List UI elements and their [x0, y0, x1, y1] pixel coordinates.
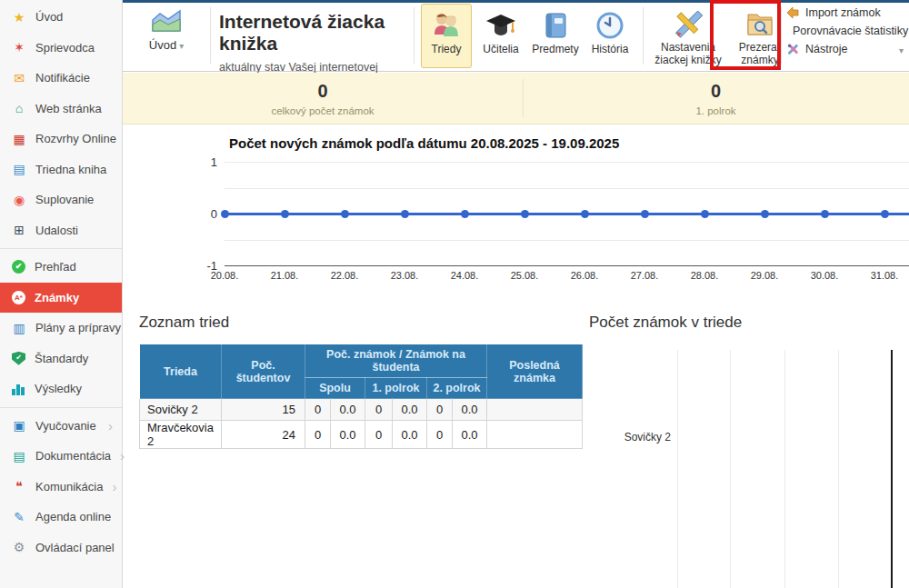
cell-p1-avg: 0.0	[393, 399, 427, 421]
column-header-1-polrok: 1. polrok	[365, 378, 427, 399]
sidebar-item-komunikacia[interactable]: ❝ Komunikácia ›	[0, 472, 122, 503]
sidebar-item-agenda-online[interactable]: ✎ Agenda online	[0, 502, 122, 533]
gridline	[225, 188, 909, 189]
cell-poc-studentov: 15	[222, 399, 305, 421]
sidebar-item-label: Známky	[35, 291, 79, 304]
sidebar-item-label: Dokumentácia	[35, 449, 111, 463]
sidebar-item-label: Agenda online	[35, 510, 111, 523]
sidebar-item-label: Úvod	[35, 10, 63, 24]
cell-spolu-avg: 0.0	[331, 421, 365, 449]
browse-grades-folder-icon	[744, 11, 776, 38]
sidebar-item-label: Vyučovanie	[35, 419, 96, 433]
data-point	[461, 210, 469, 218]
substitution-person-icon: ◉	[12, 193, 26, 207]
column-header-group: Poč. známok / Známok na študenta	[305, 344, 487, 378]
briefcase-icon: ▥	[12, 321, 26, 335]
data-point	[641, 210, 649, 218]
star-icon: ★	[12, 10, 26, 25]
x-axis-tick-label: 29.08.	[734, 270, 794, 281]
divider	[643, 7, 644, 65]
overview-check-icon: ✔	[12, 260, 25, 274]
app-window: ★ Úvod ✶ Sprievodca ✉ Notifikácie ⌂ Web …	[0, 0, 909, 588]
sidebar-item-label: Triedna kniha	[35, 163, 106, 176]
x-axis-tick-label: 28.08.	[674, 270, 734, 281]
divider	[0, 407, 122, 408]
x-axis-tick-label: 30.08.	[794, 270, 854, 281]
toolbar: Úvod▾ Internetová žiacka knižka aktuálny…	[123, 0, 909, 72]
menu-item-import-znamok[interactable]: Import známok	[786, 6, 904, 19]
sidebar-item-web-stranka[interactable]: ⌂ Web stránka	[0, 94, 122, 125]
stat-value: 0	[317, 81, 327, 102]
sidebar-item-udalosti[interactable]: ⊞ Udalosti	[0, 215, 122, 246]
stats-bar: 0 celkový počet známok 0 1. polrok	[123, 73, 909, 125]
sidebar: ★ Úvod ✶ Sprievodca ✉ Notifikácie ⌂ Web …	[0, 0, 123, 588]
sidebar-item-prehlad[interactable]: ✔ Prehľad	[0, 252, 122, 283]
bar-chart-icon	[12, 383, 25, 395]
gridline	[225, 240, 909, 241]
settings-ruler-pencil-icon	[673, 11, 704, 38]
tab-triedy[interactable]: Triedy	[421, 4, 472, 68]
sidebar-item-uvod[interactable]: ★ Úvod	[0, 2, 122, 33]
data-point	[221, 210, 229, 218]
menu-item-nastroje[interactable]: Nástroje	[786, 43, 904, 55]
x-axis-tick-label: 25.08.	[494, 270, 554, 281]
sidebar-item-rozvrhy-online[interactable]: ▦ Rozvrhy Online	[0, 124, 122, 154]
sidebar-item-ovladaci-panel[interactable]: ⚙ Ovládací panel	[0, 533, 122, 563]
document-icon: ▤	[12, 449, 26, 463]
graduation-cap-icon	[484, 11, 517, 40]
stat-value: 0	[711, 81, 721, 102]
sidebar-item-standardy[interactable]: ✔ Štandardy	[0, 344, 122, 374]
divider	[781, 7, 782, 64]
menu-item-label: Porovnávacie štatistiky	[793, 25, 908, 37]
tab-nastavenia-ziackej-knizky[interactable]: Nastavenia žiackej knižky	[651, 4, 725, 68]
sidebar-item-label: Notifikácie	[35, 71, 90, 85]
menu-item-label: Nástroje	[805, 43, 848, 55]
chat-icon: ❝	[12, 479, 26, 493]
history-clock-icon	[595, 11, 624, 40]
chart-title: Počet známok v triede	[589, 314, 909, 332]
menu-item-porovnavacie-statistiky[interactable]: Porovnávacie štatistiky	[786, 25, 904, 37]
data-series-line	[225, 213, 909, 215]
gear-icon: ⚙	[12, 540, 26, 554]
gridline	[677, 350, 678, 588]
top-accent-strip	[123, 0, 909, 3]
cell-p2-count: 0	[427, 421, 453, 449]
data-point	[881, 210, 889, 218]
sidebar-item-znamky[interactable]: A* Známky	[0, 283, 122, 314]
stat-total-grades: 0 celkový počet známok	[123, 73, 523, 124]
home-menu-button[interactable]: Úvod▾	[137, 7, 195, 67]
divider	[210, 7, 211, 64]
divider	[523, 79, 524, 117]
gridline	[838, 350, 839, 588]
x-axis-tick-label: 31.08.	[854, 270, 909, 281]
dropdown-arrow-icon: ▾	[179, 41, 184, 51]
column-header-2-polrok: 2. polrok	[427, 378, 487, 399]
sidebar-item-suplovanie[interactable]: ◉ Suplovanie	[0, 184, 122, 215]
x-axis-tick-label: 23.08.	[375, 270, 435, 281]
sidebar-item-plany-a-pripravy[interactable]: ▥ Plány a prípravy	[0, 313, 122, 344]
sidebar-item-vysledky[interactable]: Výsledky	[0, 374, 122, 404]
sidebar-item-notifikacie[interactable]: ✉ Notifikácie	[0, 63, 122, 94]
tab-historia[interactable]: História	[584, 4, 635, 68]
main-content: Úvod▾ Internetová žiacka knižka aktuálny…	[123, 0, 909, 588]
x-axis-tick-label: 21.08.	[255, 270, 315, 281]
tab-label: Triedy	[432, 44, 462, 56]
tab-predmety[interactable]: Predmety	[530, 4, 581, 68]
data-point	[521, 210, 529, 218]
sidebar-item-label: Web stránka	[35, 102, 102, 115]
tab-ucitelia[interactable]: Učitelia	[475, 4, 526, 68]
classes-section: Zoznam tried Trieda Poč. študentov Poč. …	[139, 314, 598, 449]
toolbar-side-menu: Import známok Porovnávacie štatistiky	[786, 6, 904, 55]
sidebar-item-label: Plány a prípravy	[35, 321, 121, 334]
sidebar-item-triedna-kniha[interactable]: ▤ Triedna kniha	[0, 154, 122, 185]
table-row[interactable]: Sovičky 2 15 0 0.0 0 0.0 0 0.0	[140, 399, 583, 421]
menu-item-label: Import známok	[805, 6, 881, 19]
table-row[interactable]: Mravčekovia 2 24 0 0.0 0 0.0 0 0.0	[140, 421, 583, 449]
dropdown-arrow-icon[interactable]: ▾	[899, 45, 904, 55]
data-point	[761, 210, 769, 218]
sidebar-item-vyucovanie[interactable]: ▣ Vyučovanie ›	[0, 411, 122, 442]
sidebar-item-sprievodca[interactable]: ✶ Sprievodca	[0, 33, 122, 64]
stat-first-term: 0 1. polrok	[523, 73, 909, 124]
sidebar-item-dokumentacia[interactable]: ▤ Dokumentácia ›	[0, 441, 122, 472]
gridline	[730, 350, 731, 588]
